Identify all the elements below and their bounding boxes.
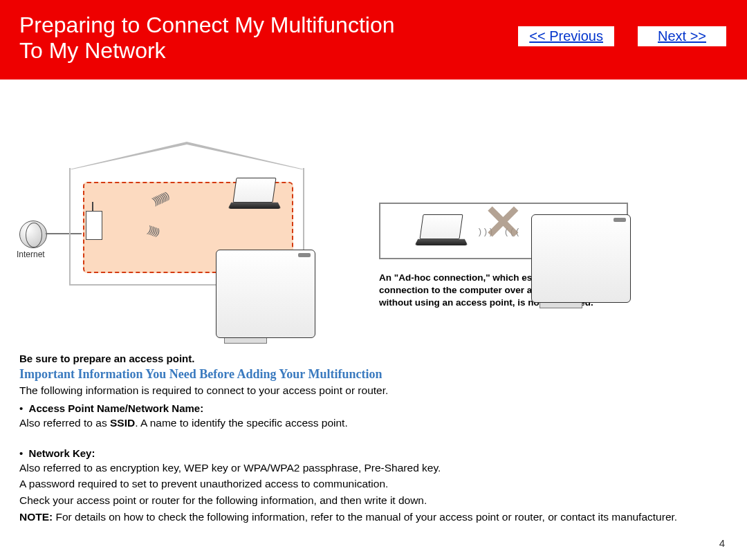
router-icon (86, 211, 102, 240)
note-text: For details on how to check the followin… (53, 511, 677, 523)
adhoc-diagram: ) ) ) ) ) ) ✕ An "Ad-hoc connection," wh… (379, 203, 628, 310)
laptop-icon (416, 214, 466, 248)
bullet1-text-b: . A name to identify the specific access… (135, 417, 348, 429)
next-button[interactable]: Next >> (638, 26, 726, 46)
page-number: 4 (719, 537, 725, 549)
bullet2-line2: A password required to set to prevent un… (19, 477, 728, 492)
bullet1-text-a: Also referred to as (19, 417, 110, 429)
laptop-icon (230, 178, 279, 211)
header-bar: Preparing to Connect My Multifunction To… (0, 0, 747, 80)
bullet-access-point: • Access Point Name/Network Name: (19, 402, 728, 414)
bullet2-line1: Also referred to as encryption key, WEP … (19, 461, 728, 476)
bullet2-label: Network Key: (29, 447, 95, 459)
intro-text: The following information is required to… (19, 384, 728, 398)
previous-button[interactable]: << Previous (518, 26, 614, 46)
network-diagram: Internet ) ) ) ) ) ) ) ) ) ) ) ) ) ) ) (19, 142, 310, 294)
internet-globe-icon (19, 221, 47, 248)
internet-label: Internet (17, 250, 45, 259)
house-icon: ) ) ) ) ) ) ) ) ) ) ) ) ) ) ) (69, 142, 304, 287)
bullet2-line3: Check your access point or router for th… (19, 494, 728, 508)
printer-icon (531, 214, 591, 248)
bullet-network-key: • Network Key: (19, 447, 728, 459)
illustration-row: Internet ) ) ) ) ) ) ) ) ) ) ) ) ) ) ) )… (19, 142, 728, 310)
adhoc-box: ) ) ) ) ) ) ✕ (379, 203, 628, 259)
section-subheading: Important Information You Need Before Ad… (19, 367, 728, 382)
ssid-term: SSID (110, 417, 135, 429)
prepare-access-point-text: Be sure to prepare an access point. (19, 353, 728, 364)
title-line2: To My Network (19, 38, 166, 63)
not-supported-x-icon: ✕ (483, 198, 524, 247)
nav-buttons: << Previous Next >> (518, 26, 726, 46)
printer-icon (216, 250, 275, 283)
bullet1-label: Access Point Name/Network Name: (29, 402, 204, 414)
title-line1: Preparing to Connect My Multifunction (19, 12, 394, 37)
content-area: Internet ) ) ) ) ) ) ) ) ) ) ) ) ) ) ) )… (0, 80, 747, 525)
note-line: NOTE: For details on how to check the fo… (19, 510, 728, 525)
bullet1-description: Also referred to as SSID. A name to iden… (19, 416, 728, 431)
note-label: NOTE: (19, 511, 53, 523)
